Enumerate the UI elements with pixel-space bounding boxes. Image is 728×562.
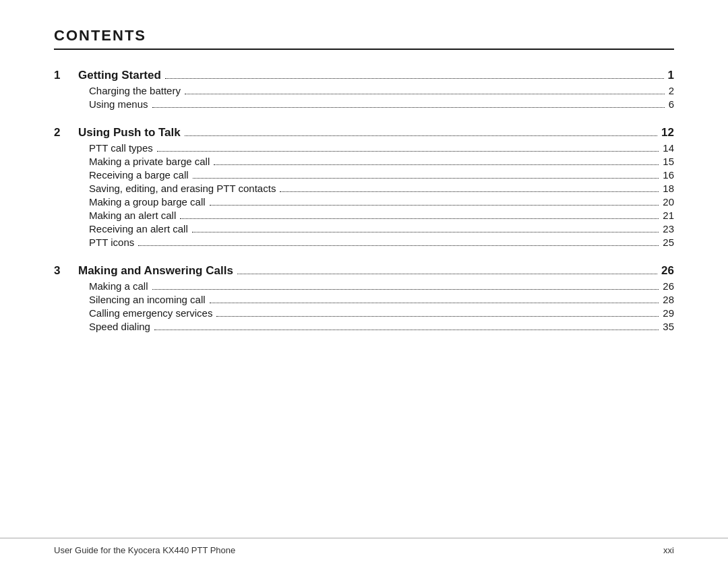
sub-title-1-1: Charging the battery [89, 85, 181, 96]
sub-dots-2-2 [214, 164, 659, 165]
sub-title-3-1: Making a call [89, 280, 148, 292]
sub-row-1-2: Using menus6 [54, 98, 674, 110]
sub-title-2-2: Making a private barge call [89, 156, 210, 167]
sub-dots-3-2 [210, 303, 659, 303]
chapter-dots-2 [185, 135, 657, 136]
sub-title-2-1: PTT call types [89, 142, 153, 154]
chapter-row-2: 2Using Push to Talk12 [54, 126, 674, 139]
chapter-dots-1 [165, 78, 664, 79]
sub-row-2-3: Receiving a barge call16 [54, 169, 674, 181]
sub-title-2-3: Receiving a barge call [89, 169, 189, 181]
sub-dots-3-4 [154, 330, 659, 330]
chapter-title-2: Using Push to Talk [78, 126, 181, 139]
sub-title-2-4: Saving, editing, and erasing PTT contact… [89, 183, 276, 194]
chapter-title-1: Getting Started [78, 69, 161, 82]
sub-title-2-7: Receiving an alert call [89, 223, 188, 235]
sub-row-2-7: Receiving an alert call23 [54, 223, 674, 235]
sub-page-2-7: 23 [663, 223, 674, 235]
sub-row-2-2: Making a private barge call15 [54, 156, 674, 167]
chapter-page-2: 12 [661, 126, 674, 139]
chapter-row-3: 3Making and Answering Calls26 [54, 264, 674, 278]
sub-dots-2-4 [280, 191, 659, 192]
sub-page-2-6: 21 [663, 210, 674, 221]
page-content: Contents 1Getting Started1Charging the b… [0, 0, 728, 538]
chapter-page-1: 1 [668, 69, 674, 82]
sub-page-2-5: 20 [663, 196, 674, 208]
sub-row-2-4: Saving, editing, and erasing PTT contact… [54, 183, 674, 194]
sub-row-2-6: Making an alert call21 [54, 210, 674, 221]
sub-row-2-5: Making a group barge call20 [54, 196, 674, 208]
sub-row-3-2: Silencing an incoming call28 [54, 294, 674, 305]
footer-left: User Guide for the Kyocera KX440 PTT Pho… [54, 545, 235, 555]
sub-dots-2-3 [193, 178, 659, 179]
sub-page-2-1: 14 [663, 142, 674, 154]
chapter-row-1: 1Getting Started1 [54, 69, 674, 82]
sub-dots-3-3 [216, 316, 659, 317]
sub-dots-1-1 [185, 94, 665, 94]
sub-page-2-8: 25 [663, 237, 674, 248]
chapter-num-2: 2 [54, 126, 78, 139]
sub-page-1-2: 6 [669, 98, 674, 110]
sub-dots-2-7 [192, 232, 659, 232]
toc-container: 1Getting Started1Charging the battery2Us… [54, 69, 674, 332]
footer-right: xxi [663, 545, 674, 555]
sub-dots-2-8 [138, 245, 659, 246]
chapter-num-1: 1 [54, 69, 78, 82]
sub-row-3-1: Making a call26 [54, 280, 674, 292]
sub-row-3-3: Calling emergency services29 [54, 307, 674, 319]
chapter-num-3: 3 [54, 264, 78, 278]
sub-page-1-1: 2 [669, 85, 674, 96]
sub-page-2-2: 15 [663, 156, 674, 167]
chapter-dots-3 [237, 274, 657, 274]
sub-page-2-3: 16 [663, 169, 674, 181]
sub-dots-2-6 [180, 218, 659, 219]
sub-title-3-2: Silencing an incoming call [89, 294, 206, 305]
title-section: Contents [54, 27, 674, 50]
sub-page-3-3: 29 [663, 307, 674, 319]
chapter-page-3: 26 [661, 264, 674, 278]
sub-title-1-2: Using menus [89, 98, 148, 110]
sub-row-1-1: Charging the battery2 [54, 85, 674, 96]
sub-dots-3-1 [152, 289, 659, 290]
sub-row-2-1: PTT call types14 [54, 142, 674, 154]
sub-page-3-1: 26 [663, 280, 674, 292]
footer: User Guide for the Kyocera KX440 PTT Pho… [0, 538, 728, 562]
sub-title-3-3: Calling emergency services [89, 307, 212, 319]
chapter-block-2: 2Using Push to Talk12PTT call types14Mak… [54, 126, 674, 248]
sub-page-3-4: 35 [663, 321, 674, 332]
sub-dots-2-1 [157, 151, 659, 152]
sub-page-2-4: 18 [663, 183, 674, 194]
sub-title-2-8: PTT icons [89, 237, 134, 248]
chapter-block-1: 1Getting Started1Charging the battery2Us… [54, 69, 674, 110]
chapter-block-3: 3Making and Answering Calls26Making a ca… [54, 264, 674, 332]
title-rule [54, 49, 674, 50]
sub-row-2-8: PTT icons25 [54, 237, 674, 248]
sub-dots-2-5 [210, 205, 659, 206]
sub-row-3-4: Speed dialing35 [54, 321, 674, 332]
sub-title-3-4: Speed dialing [89, 321, 150, 332]
sub-page-3-2: 28 [663, 294, 674, 305]
chapter-title-3: Making and Answering Calls [78, 264, 233, 278]
sub-title-2-6: Making an alert call [89, 210, 176, 221]
page-title: Contents [54, 27, 674, 44]
sub-dots-1-2 [152, 107, 665, 108]
sub-title-2-5: Making a group barge call [89, 196, 206, 208]
